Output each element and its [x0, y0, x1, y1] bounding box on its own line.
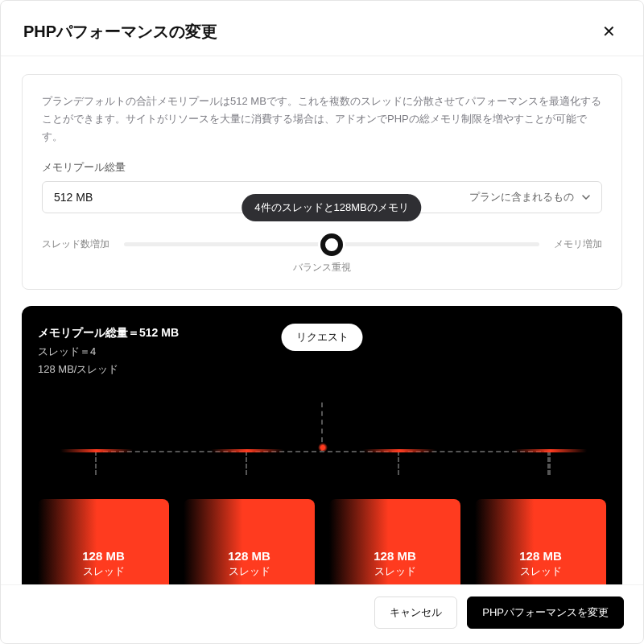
thread-box: 128 MB スレッド	[38, 499, 169, 584]
thread-sub-label: スレッド	[520, 564, 562, 579]
cancel-button[interactable]: キャンセル	[374, 597, 457, 629]
slider-tooltip: 4件のスレッドと128MBのメモリ	[242, 194, 421, 221]
distribution-diagram	[38, 402, 606, 499]
modal-title: PHPパフォーマンスの変更	[23, 21, 217, 43]
memory-pool-value: 512 MB	[54, 191, 93, 204]
thread-mb-label: 128 MB	[374, 549, 416, 563]
visualization-panel: メモリプール総量＝512 MB スレッド＝4 128 MB/スレッド リクエスト…	[22, 306, 622, 584]
slider-center-label: バランス重視	[42, 261, 602, 275]
thread-sub-label: スレッド	[83, 564, 125, 579]
thread-box: 128 MB スレッド	[475, 499, 606, 584]
slider-right-label: メモリ増加	[554, 237, 602, 251]
chevron-down-icon	[582, 195, 590, 200]
thread-box: 128 MB スレッド	[329, 499, 460, 584]
slider-left-label: スレッド数増加	[42, 237, 109, 251]
thread-sub-label: スレッド	[374, 564, 416, 579]
vis-per-thread: 128 MB/スレッド	[38, 361, 606, 378]
modal: PHPパフォーマンスの変更 ✕ プランデフォルトの合計メモリプールは512 MB…	[0, 0, 644, 644]
thread-row: 128 MB スレッド 128 MB スレッド 128 MB スレッド 128 …	[38, 499, 606, 584]
thread-sub-label: スレッド	[229, 564, 270, 579]
vertical-connector	[321, 402, 323, 451]
slider-knob[interactable]	[320, 233, 343, 256]
drop-connector	[246, 451, 247, 475]
thread-box: 128 MB スレッド	[184, 499, 315, 584]
drop-connector	[549, 451, 551, 475]
thread-mb-label: 128 MB	[82, 549, 125, 563]
config-card: プランデフォルトの合計メモリプールは512 MBです。これを複数のスレッドに分散…	[22, 74, 622, 290]
apply-button[interactable]: PHPパフォーマンスを変更	[467, 597, 624, 629]
thread-mb-label: 128 MB	[228, 549, 270, 563]
modal-body: プランデフォルトの合計メモリプールは512 MBです。これを複数のスレッドに分散…	[1, 56, 643, 584]
thread-mb-label: 128 MB	[519, 549, 562, 563]
memory-pool-plan-text: プランに含まれるもの	[469, 190, 574, 204]
modal-header: PHPパフォーマンスの変更 ✕	[1, 1, 643, 56]
drop-connector	[95, 451, 97, 475]
thread-memory-slider: スレッド数増加 4件のスレッドと128MBのメモリ メモリ増加 バランス重視	[42, 237, 602, 275]
slider-track[interactable]	[124, 242, 539, 246]
config-description: プランデフォルトの合計メモリプールは512 MBです。これを複数のスレッドに分散…	[42, 93, 602, 146]
request-pill: リクエスト	[282, 324, 363, 351]
memory-pool-label: メモリプール総量	[42, 160, 602, 175]
modal-footer: キャンセル PHPパフォーマンスを変更	[1, 584, 643, 643]
drop-connector	[398, 451, 399, 475]
horizontal-branch	[95, 451, 550, 475]
close-icon[interactable]: ✕	[597, 20, 621, 43]
